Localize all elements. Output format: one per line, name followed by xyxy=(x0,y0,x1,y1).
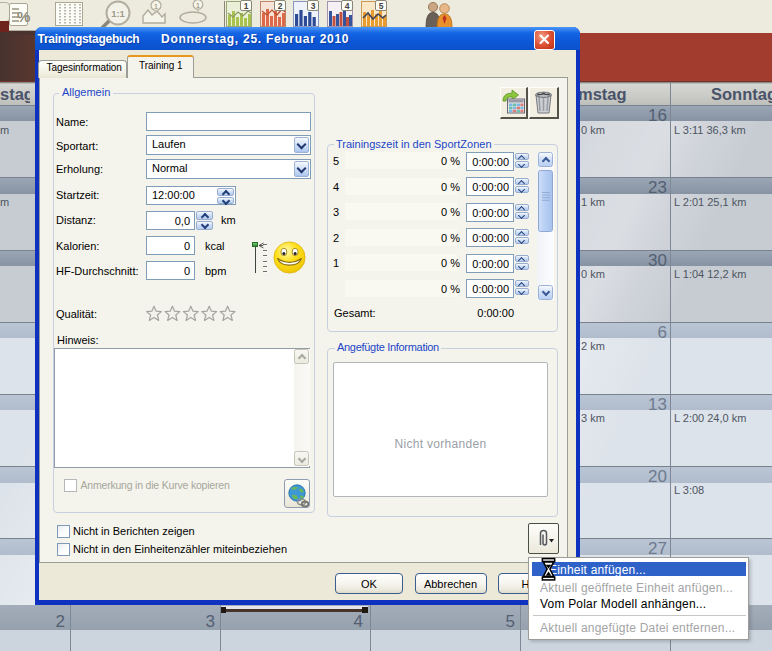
svg-text:1:1: 1:1 xyxy=(111,8,125,19)
svg-text:1: 1 xyxy=(196,1,201,10)
svg-text:1: 1 xyxy=(154,2,159,11)
